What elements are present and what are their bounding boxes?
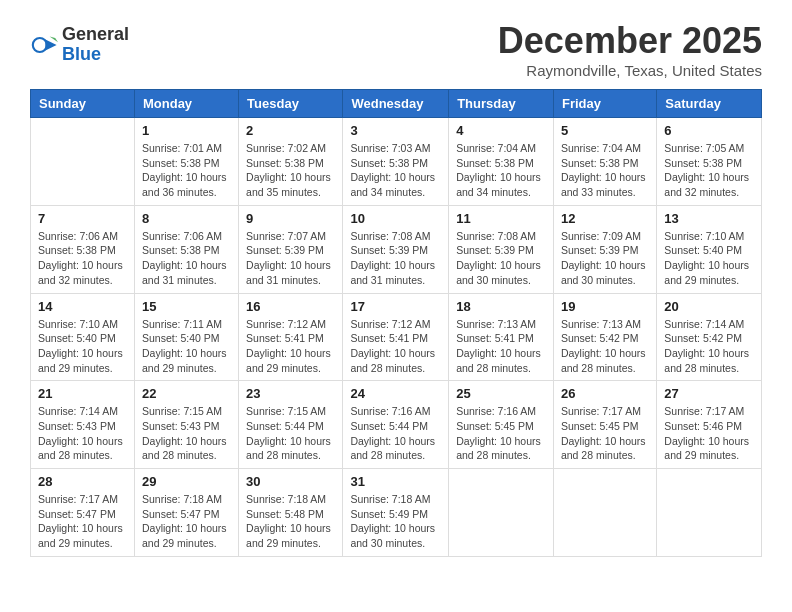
day-number: 26	[561, 386, 649, 401]
calendar-cell: 9Sunrise: 7:07 AM Sunset: 5:39 PM Daylig…	[239, 205, 343, 293]
calendar-cell	[657, 469, 762, 557]
svg-point-0	[33, 38, 47, 52]
day-info: Sunrise: 7:13 AM Sunset: 5:42 PM Dayligh…	[561, 317, 649, 376]
calendar-cell: 4Sunrise: 7:04 AM Sunset: 5:38 PM Daylig…	[449, 118, 554, 206]
day-info: Sunrise: 7:14 AM Sunset: 5:42 PM Dayligh…	[664, 317, 754, 376]
calendar-cell: 8Sunrise: 7:06 AM Sunset: 5:38 PM Daylig…	[134, 205, 238, 293]
day-info: Sunrise: 7:03 AM Sunset: 5:38 PM Dayligh…	[350, 141, 441, 200]
calendar-cell: 19Sunrise: 7:13 AM Sunset: 5:42 PM Dayli…	[553, 293, 656, 381]
day-info: Sunrise: 7:01 AM Sunset: 5:38 PM Dayligh…	[142, 141, 231, 200]
day-info: Sunrise: 7:17 AM Sunset: 5:46 PM Dayligh…	[664, 404, 754, 463]
day-number: 6	[664, 123, 754, 138]
day-number: 11	[456, 211, 546, 226]
calendar-week-2: 7Sunrise: 7:06 AM Sunset: 5:38 PM Daylig…	[31, 205, 762, 293]
calendar-week-5: 28Sunrise: 7:17 AM Sunset: 5:47 PM Dayli…	[31, 469, 762, 557]
day-number: 20	[664, 299, 754, 314]
day-info: Sunrise: 7:09 AM Sunset: 5:39 PM Dayligh…	[561, 229, 649, 288]
svg-marker-1	[45, 39, 56, 50]
calendar-cell: 23Sunrise: 7:15 AM Sunset: 5:44 PM Dayli…	[239, 381, 343, 469]
calendar-cell: 21Sunrise: 7:14 AM Sunset: 5:43 PM Dayli…	[31, 381, 135, 469]
day-info: Sunrise: 7:14 AM Sunset: 5:43 PM Dayligh…	[38, 404, 127, 463]
day-number: 16	[246, 299, 335, 314]
svg-marker-2	[50, 36, 58, 42]
weekday-header-thursday: Thursday	[449, 90, 554, 118]
day-number: 21	[38, 386, 127, 401]
day-number: 4	[456, 123, 546, 138]
calendar-cell: 12Sunrise: 7:09 AM Sunset: 5:39 PM Dayli…	[553, 205, 656, 293]
day-info: Sunrise: 7:10 AM Sunset: 5:40 PM Dayligh…	[664, 229, 754, 288]
day-number: 1	[142, 123, 231, 138]
calendar-cell: 31Sunrise: 7:18 AM Sunset: 5:49 PM Dayli…	[343, 469, 449, 557]
calendar-cell: 15Sunrise: 7:11 AM Sunset: 5:40 PM Dayli…	[134, 293, 238, 381]
weekday-header-sunday: Sunday	[31, 90, 135, 118]
day-number: 10	[350, 211, 441, 226]
calendar-cell	[553, 469, 656, 557]
calendar-week-3: 14Sunrise: 7:10 AM Sunset: 5:40 PM Dayli…	[31, 293, 762, 381]
calendar-cell: 30Sunrise: 7:18 AM Sunset: 5:48 PM Dayli…	[239, 469, 343, 557]
calendar-cell: 10Sunrise: 7:08 AM Sunset: 5:39 PM Dayli…	[343, 205, 449, 293]
calendar-cell: 17Sunrise: 7:12 AM Sunset: 5:41 PM Dayli…	[343, 293, 449, 381]
day-number: 18	[456, 299, 546, 314]
day-info: Sunrise: 7:13 AM Sunset: 5:41 PM Dayligh…	[456, 317, 546, 376]
day-info: Sunrise: 7:12 AM Sunset: 5:41 PM Dayligh…	[246, 317, 335, 376]
day-number: 25	[456, 386, 546, 401]
day-number: 2	[246, 123, 335, 138]
day-number: 8	[142, 211, 231, 226]
day-info: Sunrise: 7:15 AM Sunset: 5:43 PM Dayligh…	[142, 404, 231, 463]
calendar-cell: 16Sunrise: 7:12 AM Sunset: 5:41 PM Dayli…	[239, 293, 343, 381]
calendar-cell: 25Sunrise: 7:16 AM Sunset: 5:45 PM Dayli…	[449, 381, 554, 469]
calendar-cell	[31, 118, 135, 206]
logo-blue: Blue	[62, 44, 101, 64]
day-info: Sunrise: 7:10 AM Sunset: 5:40 PM Dayligh…	[38, 317, 127, 376]
day-number: 29	[142, 474, 231, 489]
day-number: 9	[246, 211, 335, 226]
day-info: Sunrise: 7:18 AM Sunset: 5:47 PM Dayligh…	[142, 492, 231, 551]
day-number: 27	[664, 386, 754, 401]
calendar-cell: 14Sunrise: 7:10 AM Sunset: 5:40 PM Dayli…	[31, 293, 135, 381]
day-info: Sunrise: 7:16 AM Sunset: 5:45 PM Dayligh…	[456, 404, 546, 463]
calendar-cell: 24Sunrise: 7:16 AM Sunset: 5:44 PM Dayli…	[343, 381, 449, 469]
header: General Blue December 2025 Raymondville,…	[30, 20, 762, 79]
day-info: Sunrise: 7:18 AM Sunset: 5:49 PM Dayligh…	[350, 492, 441, 551]
day-number: 14	[38, 299, 127, 314]
day-number: 17	[350, 299, 441, 314]
calendar-cell: 29Sunrise: 7:18 AM Sunset: 5:47 PM Dayli…	[134, 469, 238, 557]
weekday-header-saturday: Saturday	[657, 90, 762, 118]
day-number: 24	[350, 386, 441, 401]
logo-icon	[30, 31, 58, 59]
calendar-cell: 22Sunrise: 7:15 AM Sunset: 5:43 PM Dayli…	[134, 381, 238, 469]
day-info: Sunrise: 7:11 AM Sunset: 5:40 PM Dayligh…	[142, 317, 231, 376]
calendar-header-row: SundayMondayTuesdayWednesdayThursdayFrid…	[31, 90, 762, 118]
day-number: 23	[246, 386, 335, 401]
day-info: Sunrise: 7:07 AM Sunset: 5:39 PM Dayligh…	[246, 229, 335, 288]
weekday-header-monday: Monday	[134, 90, 238, 118]
calendar-cell: 27Sunrise: 7:17 AM Sunset: 5:46 PM Dayli…	[657, 381, 762, 469]
calendar-cell: 6Sunrise: 7:05 AM Sunset: 5:38 PM Daylig…	[657, 118, 762, 206]
day-info: Sunrise: 7:06 AM Sunset: 5:38 PM Dayligh…	[38, 229, 127, 288]
day-number: 5	[561, 123, 649, 138]
day-number: 12	[561, 211, 649, 226]
day-number: 15	[142, 299, 231, 314]
weekday-header-wednesday: Wednesday	[343, 90, 449, 118]
day-info: Sunrise: 7:04 AM Sunset: 5:38 PM Dayligh…	[456, 141, 546, 200]
logo-text: General Blue	[62, 25, 129, 65]
day-info: Sunrise: 7:08 AM Sunset: 5:39 PM Dayligh…	[456, 229, 546, 288]
day-info: Sunrise: 7:08 AM Sunset: 5:39 PM Dayligh…	[350, 229, 441, 288]
location: Raymondville, Texas, United States	[498, 62, 762, 79]
day-number: 30	[246, 474, 335, 489]
day-info: Sunrise: 7:12 AM Sunset: 5:41 PM Dayligh…	[350, 317, 441, 376]
calendar-cell: 20Sunrise: 7:14 AM Sunset: 5:42 PM Dayli…	[657, 293, 762, 381]
calendar-cell: 26Sunrise: 7:17 AM Sunset: 5:45 PM Dayli…	[553, 381, 656, 469]
weekday-header-tuesday: Tuesday	[239, 90, 343, 118]
day-number: 28	[38, 474, 127, 489]
calendar-cell: 2Sunrise: 7:02 AM Sunset: 5:38 PM Daylig…	[239, 118, 343, 206]
day-number: 13	[664, 211, 754, 226]
day-number: 3	[350, 123, 441, 138]
weekday-header-friday: Friday	[553, 90, 656, 118]
day-number: 7	[38, 211, 127, 226]
calendar-cell: 1Sunrise: 7:01 AM Sunset: 5:38 PM Daylig…	[134, 118, 238, 206]
calendar-cell	[449, 469, 554, 557]
day-info: Sunrise: 7:15 AM Sunset: 5:44 PM Dayligh…	[246, 404, 335, 463]
day-number: 22	[142, 386, 231, 401]
day-number: 31	[350, 474, 441, 489]
